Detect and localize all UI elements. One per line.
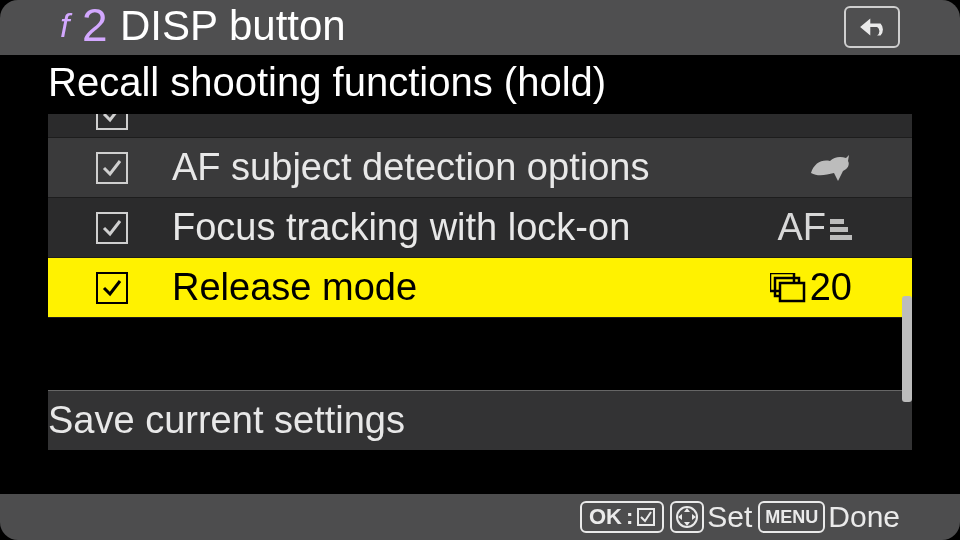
list-item-focus-tracking[interactable]: Focus tracking with lock-on AF xyxy=(48,198,912,258)
checkbox-icon xyxy=(96,212,128,244)
list-gap xyxy=(48,318,912,390)
bird-icon xyxy=(808,151,852,185)
list-item-label: AF subject detection options xyxy=(172,146,832,189)
af-text: AF xyxy=(777,206,826,249)
menu-code-prefix: f xyxy=(60,6,69,45)
check-in-box-icon xyxy=(637,508,655,526)
ok-keycap: OK: xyxy=(580,501,664,533)
hint-done: MENU Done xyxy=(758,500,900,534)
bars-icon xyxy=(830,213,852,243)
list-item-label: Release mode xyxy=(172,266,832,309)
svg-rect-6 xyxy=(638,509,654,525)
list-item-partial[interactable] xyxy=(48,114,912,138)
dpad-icon xyxy=(675,505,699,529)
svg-rect-1 xyxy=(830,227,848,232)
menu-keycap: MENU xyxy=(758,501,825,533)
checkbox-icon xyxy=(96,152,128,184)
svg-rect-2 xyxy=(830,219,844,224)
checkbox-icon xyxy=(96,114,128,130)
list-item-value: 20 xyxy=(770,266,852,309)
svg-rect-5 xyxy=(780,283,804,301)
list-item-af-subject-detection[interactable]: AF subject detection options xyxy=(48,138,912,198)
set-label: Set xyxy=(707,500,752,534)
list-item-release-mode[interactable]: Release mode 20 xyxy=(48,258,912,318)
burst-icon xyxy=(770,273,806,303)
done-label: Done xyxy=(828,500,900,534)
menu-title: DISP button xyxy=(120,2,346,50)
footer-hints: OK: Set MENU Done xyxy=(0,494,960,540)
back-arrow-icon xyxy=(855,13,889,41)
checkbox-icon xyxy=(96,272,128,304)
back-button[interactable] xyxy=(844,6,900,48)
menu-header: f 2 DISP button xyxy=(0,0,960,55)
save-label: Save current settings xyxy=(48,399,405,442)
hint-ok-check: OK: xyxy=(580,501,664,533)
list-item-value: AF xyxy=(777,206,852,249)
list-item-label: Focus tracking with lock-on xyxy=(172,206,832,249)
scrollbar-thumb[interactable] xyxy=(902,296,912,402)
save-current-settings[interactable]: Save current settings xyxy=(48,390,912,450)
menu-subtitle: Recall shooting functions (hold) xyxy=(48,60,606,105)
svg-rect-0 xyxy=(830,235,852,240)
burst-number: 20 xyxy=(810,266,852,309)
hint-set: Set xyxy=(670,500,752,534)
list-item-value xyxy=(808,151,852,185)
options-list: AF subject detection options Focus track… xyxy=(48,114,912,450)
menu-code-number: 2 xyxy=(82,0,108,52)
dpad-keycap xyxy=(670,501,704,533)
